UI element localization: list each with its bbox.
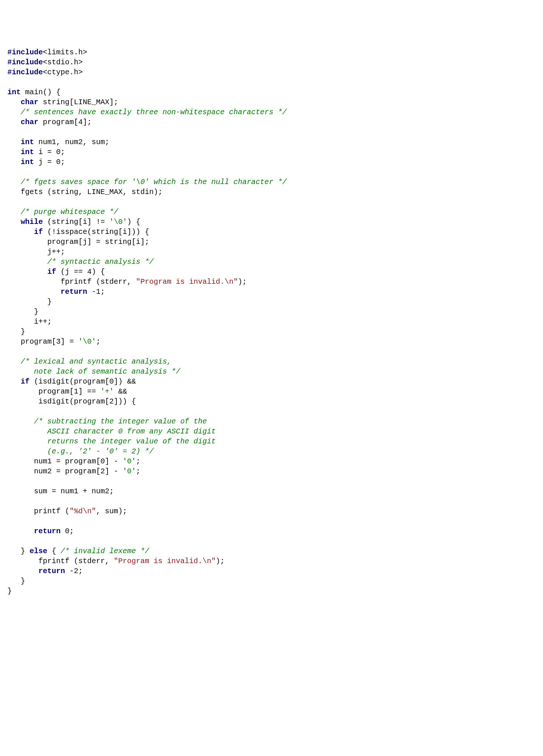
token: <limits.h>	[43, 48, 87, 57]
token-kw: return	[34, 527, 61, 535]
token: num1, num2, sum;	[34, 138, 109, 146]
code-line: return 0;	[7, 526, 536, 536]
code-line: isdigit(program[2])) {	[7, 396, 536, 406]
token: }	[7, 587, 12, 595]
code-line: sum = num1 + num2;	[7, 486, 536, 496]
code-line: while (string[i] != '\0') {	[7, 217, 536, 227]
token	[7, 108, 21, 116]
code-line: fprintf (stderr, "Program is invalid.\n"…	[7, 277, 536, 287]
code-line: char string[LINE_MAX];	[7, 97, 536, 107]
code-line	[7, 536, 536, 546]
token-kw: #include	[7, 68, 43, 76]
code-line: /* fgets saves space for '\0' which is t…	[7, 177, 536, 187]
code-line	[7, 476, 536, 486]
token: string[LINE_MAX];	[38, 98, 118, 106]
token	[7, 417, 34, 426]
token-kw: if	[47, 268, 56, 276]
token-cm: /* subtracting the integer value of the	[34, 417, 207, 426]
token: (string[i] !=	[43, 218, 109, 226]
code-line: num1 = program[0] - '0';	[7, 456, 536, 466]
code-line: ASCII character 0 from any ASCII digit	[7, 426, 536, 436]
token-cm: /* purge whitespace */	[21, 208, 118, 216]
code-line: int i = 0;	[7, 147, 536, 157]
token-cm: /* sentences have exactly three non-whit…	[21, 108, 287, 116]
code-line: }	[7, 307, 536, 317]
token: isdigit(program[2])) {	[7, 397, 136, 406]
token: }	[7, 327, 25, 336]
code-line: printf ("%d\n", sum);	[7, 506, 536, 516]
token: (isdigit(program[0]) &&	[30, 377, 136, 386]
code-line	[7, 77, 536, 87]
code-listing: #include<limits.h>#include<stdio.h>#incl…	[7, 47, 536, 596]
code-line	[7, 496, 536, 506]
token: program[j] = string[i];	[7, 238, 149, 246]
token	[7, 98, 21, 106]
token: program[1] ==	[7, 387, 100, 396]
token-st: "Program is invalid.\n"	[114, 557, 216, 565]
token-cm: (e.g., '2' - '0' = 2) */	[7, 447, 154, 456]
token: );	[238, 277, 247, 286]
token-kw: int	[7, 88, 21, 96]
token: {	[47, 547, 61, 555]
code-line: fprintf (stderr, "Program is invalid.\n"…	[7, 556, 536, 566]
token	[7, 178, 21, 186]
code-line: note lack of semantic analysis */	[7, 367, 536, 377]
token-cm: /* invalid lexeme */	[61, 547, 149, 555]
token	[7, 148, 21, 156]
code-line	[7, 516, 536, 526]
code-line: /* syntactic analysis */	[7, 257, 536, 267]
token: ) {	[127, 218, 140, 226]
token: i++;	[7, 317, 52, 326]
token-cm: /* lexical and syntactic analysis,	[21, 357, 171, 366]
token-ch: '+'	[100, 387, 114, 396]
token: }	[7, 547, 30, 555]
code-line: num2 = program[2] - '0';	[7, 466, 536, 476]
token: program[3] =	[7, 337, 78, 346]
token-cm: returns the integer value of the digit	[7, 437, 216, 446]
token-kw: int	[21, 148, 34, 156]
code-line: /* sentences have exactly three non-whit…	[7, 107, 536, 117]
token	[7, 377, 21, 386]
code-line: #include<ctype.h>	[7, 67, 536, 77]
token-kw: int	[21, 138, 34, 146]
token-ch: '0'	[123, 457, 136, 466]
token: -1;	[87, 287, 105, 296]
token	[7, 138, 21, 146]
token: fprintf (stderr,	[7, 557, 114, 565]
token-kw: return	[38, 567, 65, 575]
code-line: fgets (string, LINE_MAX, stdin);	[7, 187, 536, 197]
token-kw: char	[21, 118, 38, 126]
code-line	[7, 127, 536, 137]
token: (j == 4) {	[56, 268, 105, 276]
token: i = 0;	[34, 148, 65, 156]
token	[7, 228, 34, 236]
code-line	[7, 347, 536, 357]
token	[7, 287, 61, 296]
code-line: if (isdigit(program[0]) &&	[7, 377, 536, 386]
token: <ctype.h>	[43, 68, 83, 76]
code-line: return -2;	[7, 566, 536, 576]
code-line: } else { /* invalid lexeme */	[7, 546, 536, 556]
token: program[4];	[38, 118, 92, 126]
token	[7, 218, 21, 226]
token-ch: '\0'	[78, 337, 96, 346]
code-line: program[j] = string[i];	[7, 237, 536, 247]
token-kw: else	[30, 547, 47, 555]
token: ;	[136, 467, 140, 476]
token: ;	[136, 457, 140, 466]
token-st: "Program is invalid.\n"	[136, 277, 238, 286]
code-line: if (j == 4) {	[7, 267, 536, 277]
code-line: int num1, num2, sum;	[7, 137, 536, 147]
token-ch: '0'	[123, 467, 136, 476]
code-line: /* purge whitespace */	[7, 207, 536, 217]
token: fgets (string, LINE_MAX, stdin);	[7, 188, 163, 196]
code-line: }	[7, 586, 536, 596]
code-line: int main() {	[7, 87, 536, 97]
token	[7, 158, 21, 166]
code-line	[7, 406, 536, 416]
token: (!isspace(string[i])) {	[43, 228, 149, 236]
code-line	[7, 197, 536, 207]
code-line: j++;	[7, 247, 536, 257]
token: 0;	[61, 527, 74, 535]
code-line: returns the integer value of the digit	[7, 436, 536, 446]
